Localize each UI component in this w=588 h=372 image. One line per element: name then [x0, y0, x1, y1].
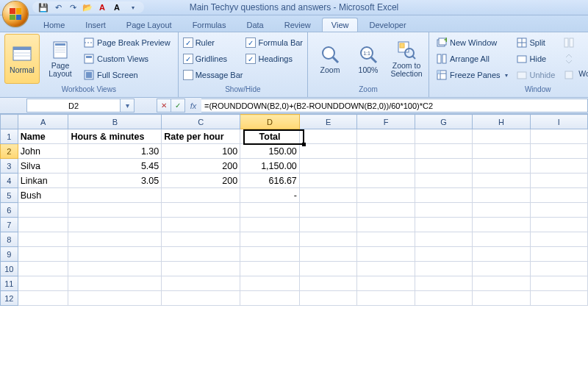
row-header-4[interactable]: 4: [1, 174, 18, 188]
message-bar-checkbox-row[interactable]: Message Bar: [183, 68, 243, 82]
ruler-checkbox[interactable]: [183, 37, 193, 48]
cell-A6[interactable]: [18, 203, 68, 218]
freeze-panes-button[interactable]: Freeze Panes▾: [434, 68, 510, 82]
cell-H9[interactable]: [473, 247, 530, 262]
col-header-G[interactable]: G: [415, 115, 473, 129]
formula-input[interactable]: =(ROUNDDOWN(B2,0)+(B2-ROUNDDOWN(B2,0))/6…: [201, 99, 588, 112]
col-header-H[interactable]: H: [473, 115, 530, 129]
cell-C9[interactable]: [162, 247, 240, 262]
cell-E7[interactable]: [299, 218, 356, 232]
col-header-I[interactable]: I: [530, 115, 587, 129]
cell-B9[interactable]: [68, 247, 162, 262]
cell-D10[interactable]: [240, 262, 300, 276]
cell-A8[interactable]: [18, 232, 68, 247]
qat-customize-dropdown[interactable]: ▾: [128, 2, 138, 12]
cell-C6[interactable]: [162, 203, 240, 218]
gridlines-checkbox-row[interactable]: Gridlines: [183, 51, 243, 66]
normal-view-button[interactable]: Normal: [4, 34, 40, 84]
cell-E2[interactable]: [299, 144, 356, 159]
name-box-dropdown[interactable]: ▾: [121, 99, 135, 112]
arrange-all-button[interactable]: Arrange All: [434, 51, 510, 66]
cell-G11[interactable]: [415, 276, 473, 291]
cell-A2[interactable]: John: [18, 144, 68, 159]
col-header-A[interactable]: A: [18, 115, 68, 129]
cell-B5[interactable]: [68, 188, 162, 203]
cell-D7[interactable]: [240, 218, 300, 232]
custom-views-button[interactable]: Custom Views: [81, 51, 173, 66]
cell-H6[interactable]: [473, 203, 530, 218]
row-header-6[interactable]: 6: [1, 203, 18, 218]
cell-E5[interactable]: [299, 188, 356, 203]
zoom-to-selection-button[interactable]: Zoom to Selection: [389, 34, 424, 84]
hide-button[interactable]: Hide: [514, 51, 559, 66]
cell-I3[interactable]: [530, 159, 587, 174]
row-header-3[interactable]: 3: [1, 159, 18, 174]
save-workspace-button[interactable]: Save Workspace: [580, 34, 588, 84]
cell-H7[interactable]: [473, 218, 530, 232]
cell-C5[interactable]: [162, 188, 240, 203]
cell-H8[interactable]: [473, 232, 530, 247]
split-button[interactable]: Split: [514, 35, 559, 50]
cell-I8[interactable]: [530, 232, 587, 247]
cell-H10[interactable]: [473, 262, 530, 276]
cell-G8[interactable]: [415, 232, 473, 247]
row-header-1[interactable]: 1: [1, 129, 18, 144]
cell-D8[interactable]: [240, 232, 300, 247]
cell-B11[interactable]: [68, 276, 162, 291]
cell-E6[interactable]: [299, 203, 356, 218]
col-header-D[interactable]: D: [240, 115, 300, 129]
cell-F1[interactable]: [357, 129, 415, 144]
cell-D12[interactable]: [240, 291, 300, 306]
cell-A7[interactable]: [18, 218, 68, 232]
cell-A12[interactable]: [18, 291, 68, 306]
cell-G4[interactable]: [415, 174, 473, 188]
full-screen-button[interactable]: Full Screen: [81, 68, 173, 82]
qat-fontcolor-black-icon[interactable]: A: [112, 2, 122, 12]
page-break-preview-button[interactable]: Page Break Preview: [81, 35, 173, 50]
cell-I4[interactable]: [530, 174, 587, 188]
cell-A4[interactable]: Linkan: [18, 174, 68, 188]
cell-B7[interactable]: [68, 218, 162, 232]
cell-F3[interactable]: [357, 159, 415, 174]
cell-F7[interactable]: [357, 218, 415, 232]
cell-grid[interactable]: ABCDEFGHI 1NameHours & minutesRate per h…: [0, 114, 588, 306]
fx-icon[interactable]: fx: [185, 101, 201, 110]
cell-F11[interactable]: [357, 276, 415, 291]
gridlines-checkbox[interactable]: [183, 54, 193, 64]
cell-G7[interactable]: [415, 218, 473, 232]
qat-save-icon[interactable]: 💾: [38, 2, 49, 12]
cell-H3[interactable]: [473, 159, 530, 174]
cell-B3[interactable]: 5.45: [68, 159, 162, 174]
cell-A10[interactable]: [18, 262, 68, 276]
cell-D1[interactable]: Total: [240, 129, 300, 144]
cell-I10[interactable]: [530, 262, 587, 276]
row-header-10[interactable]: 10: [1, 262, 18, 276]
cell-A11[interactable]: [18, 276, 68, 291]
cell-G12[interactable]: [415, 291, 473, 306]
cell-E3[interactable]: [299, 159, 356, 174]
cell-G3[interactable]: [415, 159, 473, 174]
cell-F8[interactable]: [357, 232, 415, 247]
qat-redo-icon[interactable]: ↷: [68, 2, 78, 12]
headings-checkbox[interactable]: [245, 54, 256, 64]
cell-H12[interactable]: [473, 291, 530, 306]
qat-open-icon[interactable]: 📂: [82, 2, 93, 12]
cell-F12[interactable]: [357, 291, 415, 306]
name-box[interactable]: D2: [26, 99, 121, 112]
col-header-F[interactable]: F: [357, 115, 415, 129]
cell-E4[interactable]: [299, 174, 356, 188]
ruler-checkbox-row[interactable]: Ruler: [183, 35, 243, 50]
cell-I11[interactable]: [530, 276, 587, 291]
cell-G2[interactable]: [415, 144, 473, 159]
cell-E8[interactable]: [299, 232, 356, 247]
cell-H2[interactable]: [473, 144, 530, 159]
tab-insert[interactable]: Insert: [76, 18, 115, 32]
cell-C1[interactable]: Rate per hour: [162, 129, 240, 144]
enter-formula-button[interactable]: ✓: [171, 99, 185, 112]
tab-review[interactable]: Review: [275, 18, 320, 32]
cell-A5[interactable]: Bush: [18, 188, 68, 203]
cell-I1[interactable]: [530, 129, 587, 144]
cell-F2[interactable]: [357, 144, 415, 159]
cell-D9[interactable]: [240, 247, 300, 262]
cell-E10[interactable]: [299, 262, 356, 276]
